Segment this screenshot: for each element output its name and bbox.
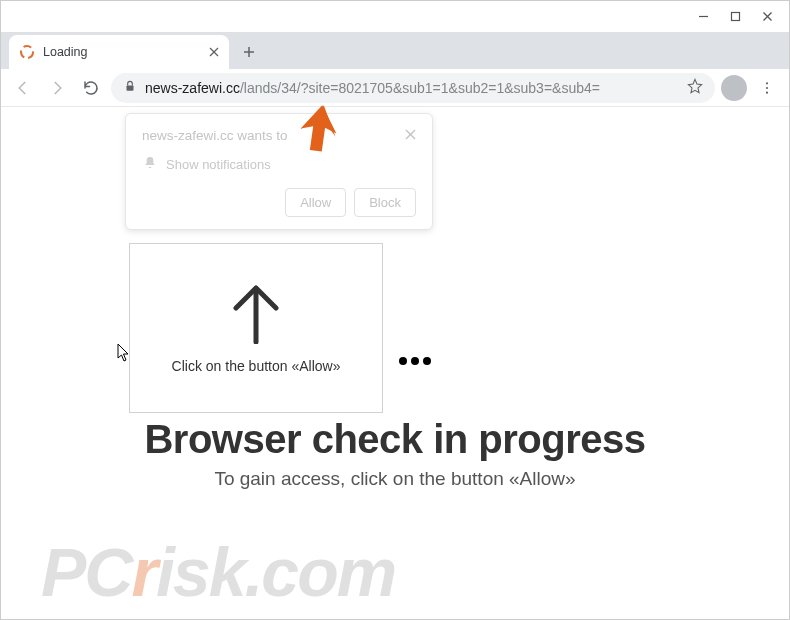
url-path: /lands/34/?site=8021705&sub1=1&sub2=1&su…	[240, 80, 600, 96]
watermark-part-pc: PC	[41, 534, 131, 610]
permission-feature-text: Show notifications	[166, 157, 271, 172]
window-maximize-button[interactable]	[719, 5, 751, 29]
permission-origin-text: news-zafewi.cc wants to	[142, 128, 288, 143]
annotation-arrow-icon	[291, 103, 347, 157]
back-button[interactable]	[9, 74, 37, 102]
browser-tab[interactable]: Loading	[9, 35, 229, 69]
url-text: news-zafewi.cc/lands/34/?site=8021705&su…	[145, 80, 679, 96]
window-close-button[interactable]	[751, 5, 783, 29]
bell-icon	[142, 155, 158, 174]
new-tab-button[interactable]	[235, 38, 263, 66]
permission-allow-button[interactable]: Allow	[285, 188, 346, 217]
tab-title: Loading	[43, 45, 201, 59]
tab-close-button[interactable]	[209, 44, 219, 60]
svg-rect-9	[127, 85, 134, 90]
page-content: news-zafewi.cc wants to Show notificatio…	[1, 107, 789, 619]
permission-close-button[interactable]	[405, 128, 416, 143]
browser-toolbar: news-zafewi.cc/lands/34/?site=8021705&su…	[1, 69, 789, 107]
instruction-card: Click on the button «Allow»	[129, 243, 383, 413]
mouse-cursor-icon	[117, 343, 131, 367]
menu-button[interactable]	[753, 74, 781, 102]
instruction-text: Click on the button «Allow»	[172, 358, 341, 374]
reload-button[interactable]	[77, 74, 105, 102]
window-minimize-button[interactable]	[687, 5, 719, 29]
notification-permission-dialog: news-zafewi.cc wants to Show notificatio…	[125, 113, 433, 230]
profile-avatar-button[interactable]	[721, 75, 747, 101]
address-bar[interactable]: news-zafewi.cc/lands/34/?site=8021705&su…	[111, 73, 715, 103]
watermark-part-r: r	[131, 534, 155, 610]
loading-dots-icon	[399, 357, 431, 365]
svg-rect-1	[731, 13, 739, 21]
permission-block-button[interactable]: Block	[354, 188, 416, 217]
watermark-logo: PCrisk.com	[41, 533, 395, 611]
svg-point-10	[766, 82, 768, 84]
lock-icon	[123, 79, 137, 96]
headline-subtitle: To gain access, click on the button «All…	[1, 468, 789, 490]
svg-point-12	[766, 91, 768, 93]
headline-block: Browser check in progress To gain access…	[1, 417, 789, 490]
tab-favicon-icon	[19, 44, 35, 60]
headline-title: Browser check in progress	[1, 417, 789, 462]
window-titlebar	[1, 1, 789, 33]
tab-strip: Loading	[1, 33, 789, 69]
forward-button[interactable]	[43, 74, 71, 102]
svg-point-4	[21, 46, 33, 58]
up-arrow-icon	[220, 282, 292, 348]
svg-point-11	[766, 86, 768, 88]
url-domain: news-zafewi.cc	[145, 80, 240, 96]
watermark-part-rest: isk.com	[156, 534, 395, 610]
bookmark-star-icon[interactable]	[687, 78, 703, 97]
